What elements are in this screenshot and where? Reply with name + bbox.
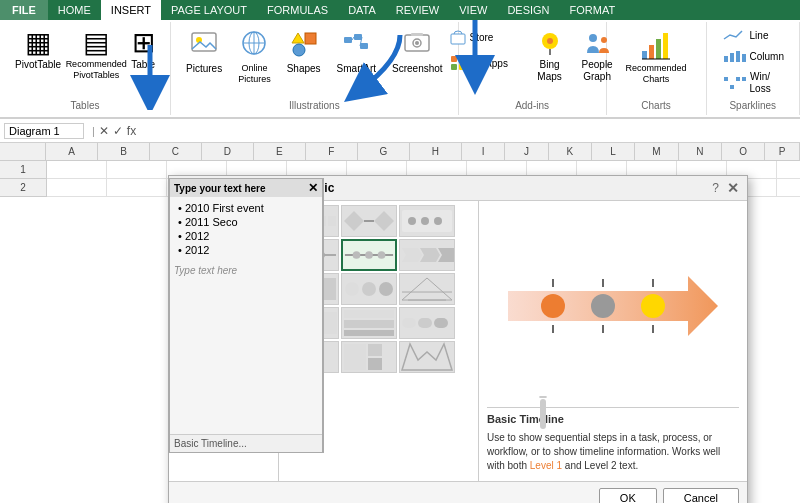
- dialog-controls: ? ✕: [712, 180, 739, 196]
- tab-design[interactable]: DESIGN: [497, 0, 559, 20]
- svg-rect-37: [724, 77, 728, 81]
- smartart-thumb-14[interactable]: [341, 341, 397, 373]
- text-pane-content[interactable]: • 2010 First event • 2011 Seco • 2012 • …: [170, 197, 322, 261]
- col-header-k[interactable]: K: [549, 143, 592, 160]
- svg-point-94: [591, 294, 615, 318]
- tab-home[interactable]: HOME: [48, 0, 101, 20]
- col-header-d[interactable]: D: [202, 143, 254, 160]
- cell-b1[interactable]: [107, 161, 167, 179]
- smartart-thumb-9[interactable]: [399, 273, 455, 305]
- formula-input[interactable]: [140, 125, 796, 137]
- cell-b2[interactable]: [107, 179, 167, 197]
- corner-cell[interactable]: [0, 143, 46, 160]
- bing-maps-icon: [536, 29, 564, 59]
- col-header-i[interactable]: I: [462, 143, 505, 160]
- timeline-preview-svg: [498, 241, 728, 371]
- smartart-thumb-timeline[interactable]: [341, 239, 397, 271]
- smartart-thumb-15[interactable]: [399, 341, 455, 373]
- dialog-close-button[interactable]: ✕: [727, 180, 739, 196]
- svg-point-61: [365, 251, 373, 259]
- recommended-pivot-button[interactable]: ▤ RecommendedPivotTables: [70, 26, 122, 84]
- col-header-f[interactable]: F: [306, 143, 358, 160]
- shapes-button[interactable]: Shapes: [280, 26, 328, 78]
- col-header-a[interactable]: A: [46, 143, 98, 160]
- svg-marker-63: [402, 248, 422, 262]
- svg-point-62: [378, 251, 386, 259]
- sparklines-group-label: Sparklines: [729, 98, 776, 111]
- cell-a1[interactable]: [47, 161, 107, 179]
- table-icon: ⊞: [132, 29, 155, 57]
- tab-format[interactable]: FORMAT: [560, 0, 626, 20]
- dialog-help-button[interactable]: ?: [712, 181, 719, 195]
- col-header-j[interactable]: J: [505, 143, 548, 160]
- name-box[interactable]: [4, 123, 84, 139]
- svg-rect-78: [344, 310, 394, 318]
- tab-insert[interactable]: INSERT: [101, 0, 161, 20]
- cell-n2[interactable]: [777, 179, 800, 197]
- cancel-formula-icon[interactable]: ✕: [99, 124, 109, 138]
- table-button[interactable]: ⊞ Table: [124, 26, 162, 74]
- ribbon: FILE HOME INSERT PAGE LAYOUT FORMULAS DA…: [0, 0, 800, 119]
- col-header-g[interactable]: G: [358, 143, 410, 160]
- pivot-table-button[interactable]: ▦ PivotTable: [8, 26, 68, 74]
- recommended-charts-button[interactable]: RecommendedCharts: [619, 26, 694, 88]
- smartart-thumb-11[interactable]: [341, 307, 397, 339]
- line-sparkline-button[interactable]: Line: [715, 26, 776, 46]
- text-pane: Type your text here ✕ • 2010 First event…: [169, 178, 324, 453]
- win-loss-sparkline-button[interactable]: Win/Loss: [715, 68, 778, 98]
- cancel-button[interactable]: Cancel: [663, 488, 739, 503]
- ok-button[interactable]: OK: [599, 488, 657, 503]
- insert-function-icon[interactable]: fx: [127, 124, 136, 138]
- svg-rect-83: [434, 318, 448, 328]
- text-pane-close-button[interactable]: ✕: [308, 181, 318, 195]
- pivot-table-label: PivotTable: [15, 59, 61, 71]
- tab-view[interactable]: VIEW: [449, 0, 497, 20]
- col-header-l[interactable]: L: [592, 143, 635, 160]
- screenshot-button[interactable]: Screenshot: [385, 26, 450, 78]
- svg-point-24: [547, 38, 553, 44]
- tab-file[interactable]: FILE: [0, 0, 48, 20]
- bing-maps-button[interactable]: BingMaps: [529, 26, 571, 86]
- col-header-h[interactable]: H: [410, 143, 462, 160]
- cell-n1[interactable]: [777, 161, 800, 179]
- smartart-button[interactable]: SmartArt: [330, 26, 383, 78]
- text-item-1: • 2010 First event: [174, 201, 318, 215]
- smartart-thumb-8[interactable]: [341, 273, 397, 305]
- store-button[interactable]: Store: [445, 26, 525, 50]
- sparklines-buttons: Line Column Win/Loss: [715, 26, 791, 98]
- ribbon-tab-bar: FILE HOME INSERT PAGE LAYOUT FORMULAS DA…: [0, 0, 800, 20]
- col-header-b[interactable]: B: [98, 143, 150, 160]
- col-header-e[interactable]: E: [254, 143, 306, 160]
- cell-a2[interactable]: [47, 179, 107, 197]
- svg-rect-19: [451, 56, 457, 62]
- pivot-table-icon: ▦: [25, 29, 51, 57]
- row-header-1[interactable]: 1: [0, 161, 46, 179]
- col-header-m[interactable]: M: [635, 143, 678, 160]
- col-header-n[interactable]: N: [679, 143, 722, 160]
- smartart-thumb-12[interactable]: [399, 307, 455, 339]
- col-header-c[interactable]: C: [150, 143, 202, 160]
- ribbon-content: ▦ PivotTable ▤ RecommendedPivotTables ⊞ …: [0, 20, 800, 118]
- smartart-thumb-3[interactable]: [399, 205, 455, 237]
- smartart-thumb-6[interactable]: [399, 239, 455, 271]
- tab-review[interactable]: REVIEW: [386, 0, 449, 20]
- svg-rect-81: [402, 318, 416, 328]
- text-item-4: • 2012: [174, 243, 318, 257]
- my-apps-button[interactable]: My Apps: [445, 52, 525, 76]
- online-pictures-icon: [240, 29, 268, 61]
- recommended-charts-label: RecommendedCharts: [626, 63, 687, 85]
- confirm-formula-icon[interactable]: ✓: [113, 124, 123, 138]
- col-header-p[interactable]: P: [765, 143, 800, 160]
- online-pictures-button[interactable]: OnlinePictures: [231, 26, 278, 88]
- col-header-o[interactable]: O: [722, 143, 765, 160]
- text-pane-footer: Basic Timeline...: [170, 434, 322, 452]
- store-icon: [450, 29, 466, 47]
- tab-formulas[interactable]: FORMULAS: [257, 0, 338, 20]
- tab-page-layout[interactable]: PAGE LAYOUT: [161, 0, 257, 20]
- pictures-button[interactable]: Pictures: [179, 26, 229, 78]
- svg-point-26: [589, 34, 597, 42]
- tab-data[interactable]: DATA: [338, 0, 386, 20]
- row-header-2[interactable]: 2: [0, 179, 46, 197]
- smartart-thumb-2[interactable]: [341, 205, 397, 237]
- column-sparkline-button[interactable]: Column: [715, 47, 791, 67]
